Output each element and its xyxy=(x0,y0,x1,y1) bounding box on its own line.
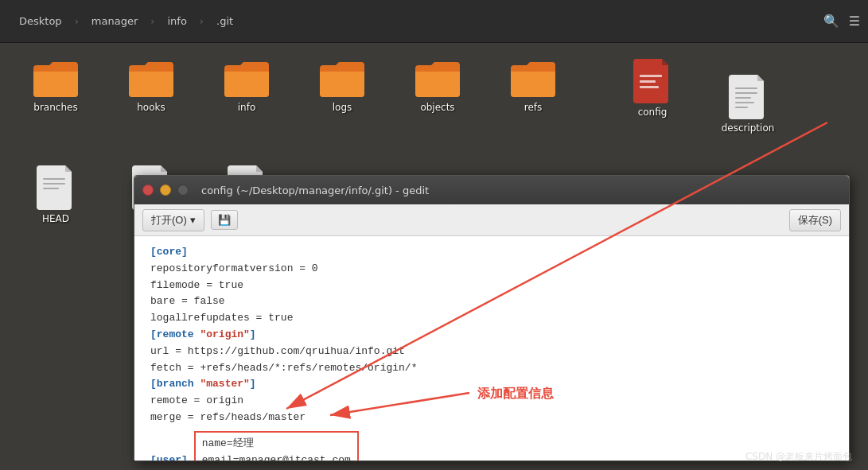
content-line-url: url = https://github.com/qruihua/info.gi… xyxy=(150,344,833,360)
folder-icon-info xyxy=(223,59,271,99)
svg-rect-1 xyxy=(640,80,656,83)
annotation-text: 添加配置信息 xyxy=(477,386,554,402)
svg-rect-7 xyxy=(735,107,748,108)
taskbar-sep-1: › xyxy=(73,15,80,27)
file-label-hooks: hooks xyxy=(137,102,165,113)
list-item-refs[interactable]: refs xyxy=(501,59,565,113)
svg-rect-0 xyxy=(640,75,662,77)
content-line-logall: logallrefupdates = true xyxy=(150,310,833,327)
svg-rect-4 xyxy=(735,92,757,94)
folder-icon-refs xyxy=(509,59,557,99)
list-item-description[interactable]: description xyxy=(716,75,780,134)
svg-rect-3 xyxy=(735,87,757,89)
svg-rect-10 xyxy=(43,188,59,189)
folder-icon-branches xyxy=(32,59,80,99)
taskbar-manager[interactable]: manager xyxy=(80,10,149,32)
content-line-repofmt: repositoryformatversion = 0 xyxy=(150,261,833,278)
file-label-description: description xyxy=(722,122,775,134)
user-email-line: email=manager@itcast.com xyxy=(202,453,351,460)
list-item-branches[interactable]: branches xyxy=(24,59,88,113)
svg-rect-6 xyxy=(735,102,754,103)
gedit-title: config (~/Desktop/manager/info/.git) - g… xyxy=(201,185,429,196)
file-label-config: config xyxy=(638,107,668,118)
head-file-icon xyxy=(37,165,75,210)
gedit-window: config (~/Desktop/manager/info/.git) - g… xyxy=(134,175,850,461)
save-file-icon-button[interactable]: 💾 xyxy=(211,210,238,230)
user-name-line: name=经理 xyxy=(202,436,351,453)
taskbar-desktop[interactable]: Desktop xyxy=(8,10,73,32)
svg-rect-2 xyxy=(640,86,659,88)
file-label-info: info xyxy=(238,102,256,113)
file-label-refs: refs xyxy=(524,102,543,113)
list-item-info[interactable]: info xyxy=(215,59,278,113)
file-label-branches: branches xyxy=(33,102,77,113)
window-maximize-button[interactable] xyxy=(177,185,189,196)
content-line-fetch: fetch = +refs/heads/*:refs/remotes/origi… xyxy=(150,360,833,377)
svg-rect-8 xyxy=(43,178,65,180)
taskbar-sep-2: › xyxy=(149,15,156,27)
config-file-icon xyxy=(633,59,671,103)
folder-icon-logs xyxy=(318,59,366,99)
menu-icon[interactable]: ☰ xyxy=(849,14,860,29)
taskbar: Desktop › manager › info › .git 🔍 ☰ xyxy=(0,0,868,43)
folder-icon-hooks xyxy=(127,59,175,99)
description-file-icon xyxy=(729,75,767,119)
user-box: name=经理 email=manager@itcast.com xyxy=(194,431,359,460)
taskbar-sep-3: › xyxy=(198,15,205,27)
search-icon[interactable]: 🔍 xyxy=(823,14,839,29)
svg-rect-5 xyxy=(735,97,751,99)
window-close-button[interactable] xyxy=(142,185,154,196)
list-item-hooks[interactable]: hooks xyxy=(119,59,183,113)
list-item-config[interactable]: config xyxy=(621,59,684,118)
watermark: CSDN @老板来片烤面包 xyxy=(745,450,852,464)
save-button[interactable]: 保存(S) xyxy=(789,209,841,231)
content-line-remote: [remote "origin"] xyxy=(150,327,833,344)
gedit-toolbar: 打开(O) ▾ 💾 保存(S) xyxy=(134,204,849,236)
content-user-section: [user] name=经理 email=manager@itcast.com xyxy=(150,429,833,460)
taskbar-right: 🔍 ☰ xyxy=(823,14,860,29)
content-line-bare: bare = false xyxy=(150,293,833,310)
open-button[interactable]: 打开(O) ▾ xyxy=(142,209,204,231)
gedit-titlebar: config (~/Desktop/manager/info/.git) - g… xyxy=(134,176,849,204)
file-label-logs: logs xyxy=(333,102,352,113)
list-item-logs[interactable]: logs xyxy=(310,59,374,113)
content-line-core: [core] xyxy=(150,244,833,261)
open-label: 打开(O) xyxy=(151,213,187,227)
svg-rect-9 xyxy=(43,183,65,185)
taskbar-info[interactable]: info xyxy=(156,10,197,32)
taskbar-git[interactable]: .git xyxy=(205,10,244,32)
gedit-content[interactable]: [core] repositoryformatversion = 0 filem… xyxy=(134,236,849,460)
folder-icon-objects xyxy=(414,59,461,99)
list-item-objects[interactable]: objects xyxy=(406,59,469,113)
file-label-objects: objects xyxy=(420,102,454,113)
list-item-head[interactable]: HEAD xyxy=(24,165,88,224)
content-line-filemode: filemode = true xyxy=(150,278,833,294)
dropdown-icon: ▾ xyxy=(190,214,196,226)
content-line-merge: merge = refs/heads/master xyxy=(150,410,833,426)
file-label-head: HEAD xyxy=(42,213,69,224)
window-minimize-button[interactable] xyxy=(160,185,171,196)
